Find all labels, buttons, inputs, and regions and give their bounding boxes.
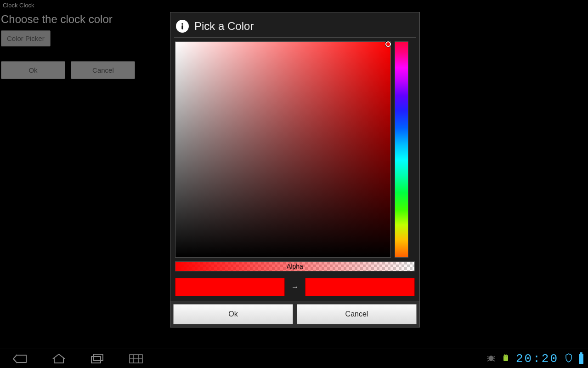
bg-ok-button[interactable]: Ok — [1, 61, 65, 79]
ok-button[interactable]: Ok — [173, 304, 293, 324]
color-picker-dialog: Pick a Color Alpha → Ok Cancel — [170, 12, 420, 328]
divider — [174, 37, 416, 38]
svg-point-16 — [506, 356, 507, 356]
svg-line-18 — [507, 354, 507, 355]
sv-thumb[interactable] — [385, 41, 391, 47]
alpha-slider[interactable]: Alpha — [175, 261, 415, 271]
saturation-value-panel[interactable] — [175, 41, 391, 258]
alpha-label: Alpha — [175, 262, 414, 271]
bug-icon[interactable] — [486, 354, 496, 364]
svg-rect-3 — [94, 354, 103, 361]
apps-grid-icon[interactable] — [127, 352, 145, 366]
new-color-swatch — [305, 278, 415, 296]
dialog-title: Pick a Color — [194, 20, 254, 33]
system-navbar: 20:20 — [0, 349, 588, 368]
dialog-header: Pick a Color — [173, 15, 417, 37]
svg-line-17 — [504, 354, 505, 355]
home-icon[interactable] — [50, 352, 68, 366]
bg-cancel-button[interactable]: Cancel — [71, 61, 135, 79]
cancel-button[interactable]: Cancel — [297, 304, 417, 324]
shield-icon — [565, 353, 572, 364]
android-icon — [502, 353, 509, 364]
color-picker-button[interactable]: Color Picker — [1, 30, 51, 46]
old-color-swatch — [175, 278, 285, 296]
svg-point-0 — [181, 23, 183, 25]
svg-line-9 — [487, 356, 489, 357]
battery-icon — [579, 354, 583, 364]
status-clock[interactable]: 20:20 — [516, 352, 559, 366]
back-icon[interactable] — [11, 352, 29, 366]
svg-rect-2 — [91, 356, 101, 363]
info-icon — [176, 20, 189, 33]
svg-line-14 — [493, 360, 495, 361]
svg-rect-1 — [181, 25, 183, 29]
recent-apps-icon[interactable] — [88, 352, 107, 366]
svg-line-10 — [493, 356, 495, 357]
svg-point-8 — [489, 356, 493, 361]
app-title: Clock Clock — [0, 0, 588, 11]
svg-point-15 — [504, 356, 505, 356]
hue-slider[interactable] — [395, 41, 408, 258]
arrow-right-icon: → — [291, 283, 299, 291]
svg-line-13 — [487, 360, 489, 361]
